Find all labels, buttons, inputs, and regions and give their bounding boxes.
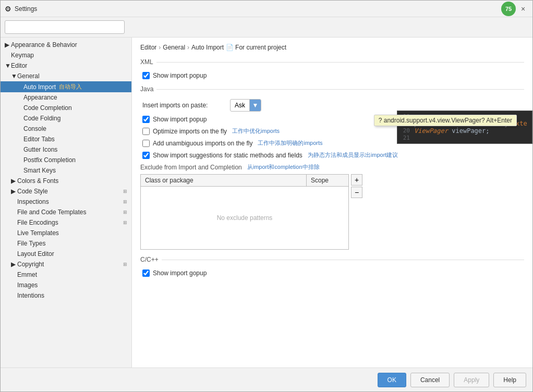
- insert-imports-dropdown[interactable]: Ask ▼: [230, 99, 261, 112]
- java-show-popup-checkbox[interactable]: [142, 116, 150, 123]
- sidebar-item-live-templates[interactable]: Live Templates: [1, 228, 131, 238]
- sidebar-item-gutter-icons[interactable]: Gutter Icons: [1, 144, 131, 155]
- sidebar-item-inspections[interactable]: Inspections ⊞: [1, 197, 131, 207]
- arrow-icon: ▼: [5, 62, 11, 69]
- autocomplete-tooltip: ? android.support.v4.view.ViewPager? Alt…: [374, 115, 517, 126]
- tooltip-text: ? android.support.v4.view.ViewPager? Alt…: [379, 117, 512, 124]
- add-pattern-button[interactable]: +: [351, 174, 362, 186]
- breadcrumb-editor: Editor: [140, 44, 156, 51]
- cpp-divider: [162, 260, 524, 260]
- footer: OK Cancel Apply Help: [1, 368, 532, 391]
- sidebar-label: Layout Editor: [17, 250, 54, 258]
- cpp-section: C/C++ Show import gopup: [140, 256, 524, 277]
- for-project-badge: 📄 For current project: [226, 44, 286, 51]
- line-number: 20: [397, 127, 414, 134]
- show-suggestions-hint: 为静态方法和成员显示出import建议: [308, 151, 398, 159]
- dropdown-value: Ask: [231, 102, 249, 109]
- sidebar-item-editor-tabs[interactable]: Editor Tabs: [1, 134, 131, 144]
- sidebar-label: File Encodings: [17, 219, 58, 226]
- xml-show-popup-checkbox[interactable]: [142, 72, 150, 79]
- sidebar-label: Images: [17, 281, 38, 289]
- table-action-buttons: + −: [351, 174, 362, 198]
- ok-button[interactable]: OK: [378, 373, 406, 387]
- java-title: Java: [140, 85, 153, 93]
- apply-button[interactable]: Apply: [454, 373, 489, 387]
- sidebar-item-general[interactable]: ▼ General: [1, 71, 131, 81]
- xml-section-header: XML: [140, 58, 524, 66]
- arrow-icon: ▼: [11, 72, 17, 80]
- table-headers: Class or package Scope: [141, 175, 348, 187]
- xml-divider: [156, 62, 524, 63]
- sidebar-label: Smart Keys: [23, 167, 56, 174]
- breadcrumb-general: General: [163, 44, 185, 51]
- sidebar-item-keymap[interactable]: Keymap: [1, 50, 131, 60]
- search-input[interactable]: [5, 20, 125, 34]
- show-suggestions-checkbox[interactable]: [142, 152, 150, 159]
- remove-pattern-button[interactable]: −: [351, 187, 362, 198]
- close-button[interactable]: ×: [518, 4, 528, 14]
- table-body: No exclude patterns: [141, 187, 348, 249]
- breadcrumb-page: Auto Import: [191, 44, 224, 51]
- dropdown-arrow[interactable]: ▼: [249, 100, 261, 111]
- help-button[interactable]: Help: [493, 373, 526, 387]
- xml-title: XML: [140, 58, 153, 66]
- sidebar-label: Appearance & Behavior: [11, 41, 77, 48]
- title-bar: ⚙ Settings 75 ×: [1, 1, 532, 17]
- sidebar-item-code-folding[interactable]: Code Folding: [1, 113, 131, 124]
- sidebar-item-file-encodings[interactable]: File Encodings ⊞: [1, 217, 131, 228]
- sidebar-label: Emmet: [17, 271, 37, 278]
- sidebar-label: Code Folding: [23, 115, 60, 122]
- sidebar-item-copyright[interactable]: ▶ Copyright ⊞: [1, 259, 131, 270]
- sidebar-label: File and Code Templates: [17, 209, 87, 216]
- no-patterns-text: No exclude patterns: [217, 214, 273, 222]
- sidebar-item-images[interactable]: Images: [1, 280, 131, 290]
- xml-show-popup-label: Show import popup: [153, 72, 207, 79]
- cpp-show-popup-checkbox[interactable]: [142, 270, 150, 277]
- optimize-imports-hint: 工作中优化imports: [232, 127, 280, 135]
- add-unambiguous-checkbox[interactable]: [142, 140, 150, 147]
- java-show-popup-label: Show import popup: [153, 116, 207, 123]
- code-line-20: 20 ViewPager viewPager;: [397, 127, 532, 134]
- project-label: For current project: [235, 44, 286, 51]
- circle-badge: 75: [501, 2, 516, 16]
- sidebar-label: Appearance: [23, 94, 57, 101]
- sidebar-item-code-completion[interactable]: Code Completion: [1, 103, 131, 113]
- sidebar-label: Copyright: [17, 261, 44, 268]
- project-icon: 📄: [226, 44, 234, 51]
- sidebar-item-file-types[interactable]: File Types: [1, 238, 131, 249]
- sidebar-item-auto-import[interactable]: Auto Import 自动导入: [1, 81, 131, 92]
- exclude-table-wrapper: Class or package Scope No exclude patter…: [140, 174, 524, 250]
- sidebar-item-appearance[interactable]: Appearance: [1, 92, 131, 103]
- breadcrumb-sep1: ›: [159, 44, 161, 51]
- sidebar-label: Keymap: [11, 52, 34, 59]
- sidebar-item-editor[interactable]: ▼ Editor: [1, 60, 131, 71]
- sidebar-item-file-code-templates[interactable]: File and Code Templates ⊞: [1, 207, 131, 217]
- cpp-title: C/C++: [140, 256, 159, 263]
- exclude-table: Class or package Scope No exclude patter…: [140, 174, 349, 250]
- sidebar-label: Auto Import: [23, 83, 56, 91]
- sidebar-item-intentions[interactable]: Intentions: [1, 290, 131, 301]
- exclude-section: Exclude from Import and Completion 从impo…: [140, 163, 524, 250]
- optimize-imports-checkbox[interactable]: [142, 128, 150, 135]
- sidebar-item-console[interactable]: Console: [1, 124, 131, 134]
- sidebar-item-smart-keys[interactable]: Smart Keys: [1, 165, 131, 176]
- sidebar-item-layout-editor[interactable]: Layout Editor: [1, 249, 131, 259]
- sidebar-label: General: [17, 72, 40, 80]
- col-scope: Scope: [307, 175, 348, 186]
- sidebar-item-colors-fonts[interactable]: ▶ Colors & Fonts: [1, 176, 131, 186]
- show-suggestions-row: Show import suggestions for static metho…: [140, 151, 524, 159]
- exclude-label: Exclude from Import and Completion: [140, 164, 242, 171]
- line-number: 21: [397, 134, 414, 141]
- cancel-button[interactable]: Cancel: [410, 373, 450, 387]
- sidebar-item-emmet[interactable]: Emmet: [1, 270, 131, 280]
- sidebar-item-postfix-completion[interactable]: Postfix Completion: [1, 155, 131, 165]
- sidebar-label: Code Completion: [23, 104, 72, 112]
- sidebar-item-appearance-behavior[interactable]: ▶ Appearance & Behavior: [1, 40, 131, 50]
- sidebar-item-code-style[interactable]: ▶ Code Style ⊞: [1, 186, 131, 197]
- window-title: Settings: [15, 5, 501, 13]
- code-line-21: 21: [397, 134, 532, 141]
- sidebar-label: Live Templates: [17, 229, 59, 237]
- add-unambiguous-hint: 工作中添加明确的imports: [258, 139, 322, 147]
- sidebar-label: Colors & Fonts: [17, 177, 58, 185]
- sidebar-label: Editor Tabs: [23, 136, 55, 143]
